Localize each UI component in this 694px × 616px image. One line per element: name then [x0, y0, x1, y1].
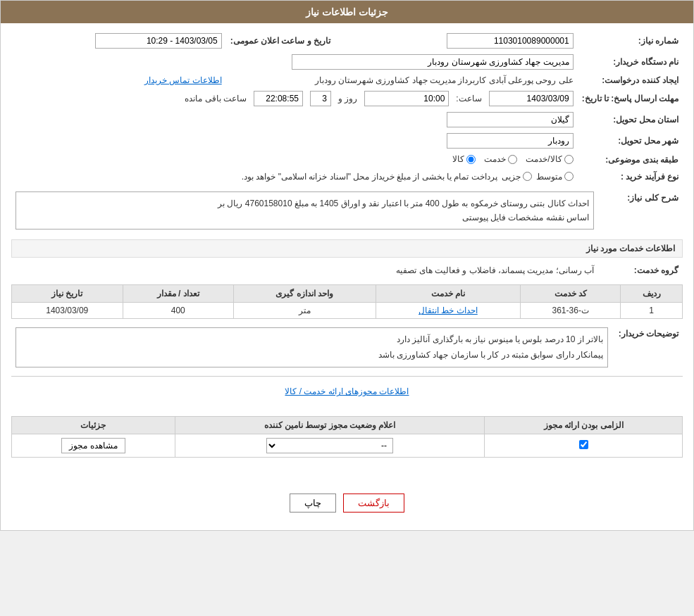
category-label-khedmat: خدمت: [484, 154, 506, 164]
response-time-label: ساعت:: [456, 94, 481, 103]
category-radio-kala-khedmat[interactable]: [564, 155, 574, 164]
creator-label: ایجاد کننده درخواست:: [578, 73, 683, 88]
col-unit: واحد اندازه گیری: [233, 285, 376, 303]
permit-details-cell: مشاهده مجوز: [12, 434, 175, 458]
print-button[interactable]: چاپ: [290, 494, 336, 513]
response-date-input: [489, 91, 574, 106]
page-title: جزئیات اطلاعات نیاز: [1, 1, 693, 23]
purchase-type-label: نوع فرآیند خرید :: [578, 169, 683, 184]
category-label-kala: کالا: [452, 154, 464, 164]
buyer-notes-line1: بالاتر از 10 درصد بلوس یا مینوس نیاز به …: [397, 334, 603, 344]
announcement-date-label: تاریخ و ساعت اعلان عمومی:: [226, 30, 335, 51]
permits-divider-link[interactable]: اطلاعات مجوزهای ارائه خدمت / کالا: [11, 382, 683, 401]
purchase-type-note: پرداخت تمام یا بخشی از مبلغ خریداز محل "…: [242, 172, 497, 182]
announcement-date-value: [11, 30, 226, 51]
creator-text: علی روحی پورعلی آبادی کاربرداز مدیریت جه…: [315, 75, 574, 85]
back-button[interactable]: بازگشت: [343, 494, 404, 513]
purchase-type-radio-partial[interactable]: [523, 172, 532, 181]
contact-link[interactable]: اطلاعات تماس خریدار: [144, 75, 222, 85]
purchase-type-label-partial: جزیی: [502, 172, 521, 182]
need-description-label: شرح کلی نیاز:: [598, 189, 683, 233]
buyer-name-value: [11, 51, 578, 73]
col-service-code: کد خدمت: [521, 285, 621, 303]
col-row-num: ردیف: [621, 285, 683, 303]
permit-required-checkbox[interactable]: [579, 440, 588, 449]
remaining-days-label: روز و: [338, 94, 357, 103]
cell-quantity: 400: [123, 303, 233, 319]
remaining-time-input: [254, 91, 303, 106]
need-description-line1: احداث کانال بتنی روستای خرمکوه به طول 40…: [218, 199, 589, 208]
col-quantity: تعداد / مقدار: [123, 285, 233, 303]
category-radio-khedmat[interactable]: [508, 155, 517, 164]
permit-required-cell: [485, 434, 683, 458]
category-option-khedmat[interactable]: خدمت: [484, 154, 517, 164]
category-label-kala-khedmat: کالا/خدمت: [526, 154, 562, 164]
category-label: طبقه بندی موضوعی:: [578, 151, 683, 169]
province-input: [447, 112, 574, 127]
buyer-name-input: [292, 54, 574, 70]
category-radio-group: کالا/خدمت خدمت کالا: [452, 154, 573, 164]
province-label: استان محل تحویل:: [578, 109, 683, 130]
buyer-notes-label: توضیحات خریدار:: [612, 325, 683, 370]
buyer-notes-line2: پیمانکار دارای سوابق مثبته در کار با ساز…: [378, 350, 603, 360]
services-section-title: اطلاعات خدمات مورد نیاز: [11, 239, 683, 258]
need-number-input: [447, 33, 574, 49]
permit-status-select[interactable]: --: [266, 438, 393, 453]
category-option-kala[interactable]: کالا: [452, 154, 476, 164]
view-permit-button[interactable]: مشاهده مجوز: [61, 438, 125, 453]
cell-unit: متر: [233, 303, 376, 319]
col-permit-required: الزامی بودن ارائه مجوز: [485, 417, 683, 434]
purchase-type-option-partial[interactable]: جزیی: [502, 172, 532, 182]
creator-value: علی روحی پورعلی آبادی کاربرداز مدیریت جه…: [226, 73, 578, 88]
buyer-notes-box: بالاتر از 10 درصد بلوس یا مینوس نیاز به …: [16, 327, 608, 367]
cell-service-name: احداث خط انتقال: [376, 303, 521, 319]
need-number-label: شماره نیاز:: [578, 30, 683, 51]
purchase-type-radio-medium[interactable]: [564, 172, 574, 181]
response-time-input: [364, 91, 449, 106]
remaining-hours-label: ساعت باقی مانده: [185, 94, 247, 103]
purchase-type-label-medium: متوسط: [536, 172, 562, 182]
col-date: تاریخ نیاز: [12, 285, 123, 303]
category-option-kala-khedmat[interactable]: کالا/خدمت: [526, 154, 573, 164]
cell-date: 1403/03/09: [12, 303, 123, 319]
category-radio-kala[interactable]: [466, 155, 476, 164]
city-label: شهر محل تحویل:: [578, 130, 683, 151]
permits-table: الزامی بودن ارائه مجوز اعلام وضعیت مجوز …: [11, 416, 683, 458]
col-permit-details: جزئیات: [12, 417, 175, 434]
cell-service-code: ت-36-361: [521, 303, 621, 319]
need-description-line2: اساس نقشه مشخصات فایل پیوستی: [462, 213, 589, 222]
purchase-type-option-medium[interactable]: متوسط: [536, 172, 574, 182]
col-service-name: نام خدمت: [376, 285, 521, 303]
cell-row-num: 1: [621, 303, 683, 319]
need-description-box: احداث کانال بتنی روستای خرمکوه به طول 40…: [16, 191, 594, 230]
response-deadline-label: مهلت ارسال پاسخ: تا تاریخ:: [578, 88, 683, 109]
city-input: [447, 133, 574, 149]
buyer-name-label: نام دستگاه خریدار:: [578, 51, 683, 73]
announcement-date-input: [95, 33, 222, 49]
col-permit-status: اعلام وضعیت مجوز توسط نامین کننده: [175, 417, 485, 434]
remaining-days-input: [310, 91, 331, 106]
table-row: 1 ت-36-361 احداث خط انتقال متر 400 1403/…: [12, 303, 683, 319]
need-number-value: [363, 30, 578, 51]
service-group-label: گروه خدمت:: [598, 262, 683, 279]
permit-row: -- مشاهده مجوز: [12, 434, 683, 458]
services-table: ردیف کد خدمت نام خدمت واحد اندازه گیری ت…: [11, 284, 683, 319]
permit-status-cell: --: [175, 434, 485, 458]
service-group-value: آب رسانی؛ مدیریت پسماند، فاضلاب و فعالیت…: [11, 262, 598, 279]
service-name-link[interactable]: احداث خط انتقال: [419, 306, 478, 315]
bottom-buttons: بازگشت چاپ: [11, 483, 683, 523]
